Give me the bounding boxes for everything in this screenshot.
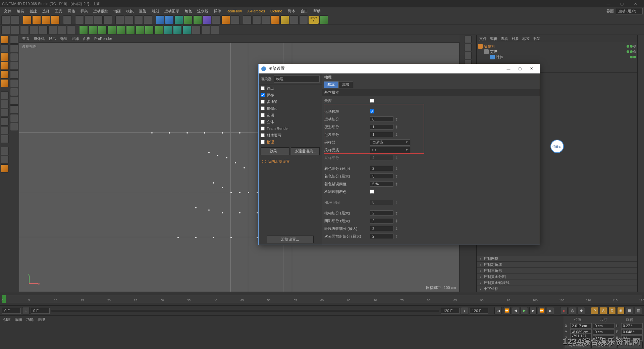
rect-tool-button[interactable] [10, 70, 18, 79]
mograph-polyfx-button[interactable] [154, 26, 163, 34]
acc-grid[interactable]: 控制网格 [477, 256, 637, 262]
step-fwd-button[interactable]: ⏩ [538, 307, 545, 314]
prev-frame-button[interactable]: ◀ [512, 307, 519, 314]
acc-spiral[interactable]: 控制黄金螺旋线 [477, 280, 637, 286]
x-axis-lock-button[interactable] [75, 15, 84, 24]
prop-value[interactable]: 2 [370, 226, 393, 231]
dialog-close-button[interactable]: ✕ [526, 66, 537, 71]
menu-plugins[interactable]: 插件 [211, 8, 224, 14]
mograph-fracture-button[interactable] [98, 26, 107, 34]
vp-nav-a[interactable] [464, 36, 472, 43]
render-settings-footer-button[interactable]: 渲染设置... [267, 236, 314, 243]
window-minimize-button[interactable]: — [602, 0, 615, 7]
menu-animate[interactable]: 动画 [111, 8, 123, 14]
render-category-checkbox[interactable] [261, 120, 265, 124]
render-category-checkbox[interactable] [261, 113, 265, 117]
key-pla-button[interactable]: ▦ [626, 307, 633, 314]
render-category-0[interactable]: 输出 [259, 85, 322, 92]
texture-mode-button[interactable] [1, 44, 9, 52]
renderer-selector[interactable]: 物理 [274, 76, 320, 83]
plugin-b-button[interactable] [319, 15, 328, 24]
undo-button[interactable] [1, 15, 10, 24]
vp-menu-filter[interactable]: 过滤 [71, 36, 79, 41]
viewport-solo-button[interactable] [10, 36, 18, 44]
mat-menu-create[interactable]: 创建 [3, 317, 11, 322]
take-button[interactable] [290, 15, 299, 24]
render-category-8[interactable]: 物理 [259, 139, 322, 145]
generator-subdivision-button[interactable] [174, 15, 183, 24]
render-category-2[interactable]: 多通道 [259, 98, 322, 105]
menu-spline[interactable]: 样条 [78, 8, 91, 14]
prop-checkbox[interactable] [370, 190, 374, 194]
vp-menu-view[interactable]: 查看 [22, 36, 30, 41]
prop-spinner[interactable]: ‡ [395, 125, 399, 129]
acc-golden[interactable]: 控制黄金分割 [477, 274, 637, 280]
vp-menu-camera[interactable]: 摄像机 [34, 36, 45, 41]
xpresso-button[interactable] [243, 15, 252, 24]
dynamics-soft-button[interactable] [201, 26, 210, 34]
menu-xparticles[interactable]: X-Particles [245, 8, 268, 14]
om-menu-tags[interactable]: 标签 [522, 36, 530, 41]
om-menu-file[interactable]: 文件 [479, 36, 487, 41]
dialog-titlebar[interactable]: 渲染设置 — ▢ ✕ [259, 64, 540, 73]
menu-realflow[interactable]: RealFlow [224, 8, 245, 14]
convert-tool-button[interactable] [10, 123, 18, 131]
prop-value[interactable]: 2 [370, 166, 393, 171]
generator-array-button[interactable] [193, 15, 202, 24]
menu-motiontracker[interactable]: 运动跟踪 [91, 8, 111, 14]
light-button[interactable] [231, 15, 239, 24]
prop-value[interactable]: 4 [370, 155, 393, 160]
ring-tool-button[interactable] [10, 97, 18, 105]
om-menu-bookmarks[interactable]: 书签 [533, 36, 540, 41]
prop-spinner[interactable]: ‡ [395, 219, 399, 223]
goto-end-button[interactable]: ⏭ [547, 307, 554, 314]
camera-button[interactable] [221, 15, 230, 24]
rotate-button[interactable] [51, 15, 60, 24]
tool2-g[interactable] [58, 26, 66, 34]
tweak-mode-button[interactable] [1, 100, 9, 108]
environment-floor-button[interactable] [212, 15, 221, 24]
mograph-extrude-button[interactable] [145, 26, 154, 34]
key-param-button[interactable]: ◉ [617, 307, 625, 314]
acc-crosshair[interactable]: 十字坐标 [477, 286, 637, 292]
recent-tool-button[interactable] [63, 15, 72, 24]
psr-reset-button[interactable]: PSR0 [309, 16, 319, 24]
frame-end-spin[interactable]: › [461, 307, 468, 314]
window-close-button[interactable]: ✕ [629, 0, 642, 7]
prop-value[interactable]: 8 [370, 200, 393, 205]
next-frame-button[interactable]: ▶ [529, 307, 537, 314]
mat-menu-edit[interactable]: 编辑 [15, 317, 22, 322]
z-axis-lock-button[interactable] [94, 15, 103, 24]
frame-range-field[interactable]: 120 F [470, 308, 488, 314]
menu-sculpt[interactable]: 雕刻 [149, 8, 162, 14]
mat-menu-function[interactable]: 功能 [26, 317, 34, 322]
menu-render[interactable]: 渲染 [136, 8, 149, 14]
render-category-checkbox[interactable] [261, 127, 265, 131]
mograph-text-button[interactable] [117, 26, 125, 34]
render-category-checkbox[interactable] [261, 106, 265, 110]
normal-button[interactable] [1, 164, 9, 172]
render-view-button[interactable] [115, 15, 124, 24]
coord-h-rot[interactable]: 0.27 ° [621, 323, 643, 329]
coord-p-rot[interactable]: 0.648 ° [621, 329, 643, 335]
fx-button[interactable] [211, 26, 219, 34]
scale-button[interactable] [42, 15, 50, 24]
render-category-5[interactable]: 立体 [259, 118, 322, 125]
mograph-cloner-button[interactable] [79, 26, 88, 34]
prop-spinner[interactable]: ‡ [395, 166, 399, 170]
workplane-mode-button[interactable] [1, 53, 9, 61]
model-mode-button[interactable] [1, 36, 9, 44]
deformer-bend-button[interactable] [203, 15, 211, 24]
mograph-tracer-button[interactable] [126, 26, 135, 34]
tool2-a[interactable] [1, 26, 10, 34]
dialog-maximize-button[interactable]: ▢ [514, 66, 526, 71]
brush-tool-button[interactable] [10, 62, 18, 70]
octane-live-button[interactable] [280, 15, 289, 24]
polygon-mode-button[interactable] [1, 79, 9, 87]
mograph-spline-button[interactable] [136, 26, 144, 34]
om-menu-edit[interactable]: 编辑 [490, 36, 497, 41]
move-button[interactable] [32, 15, 41, 24]
render-category-checkbox[interactable] [261, 86, 265, 90]
menu-script[interactable]: 脚本 [285, 8, 298, 14]
coord-system-button[interactable] [103, 15, 112, 24]
